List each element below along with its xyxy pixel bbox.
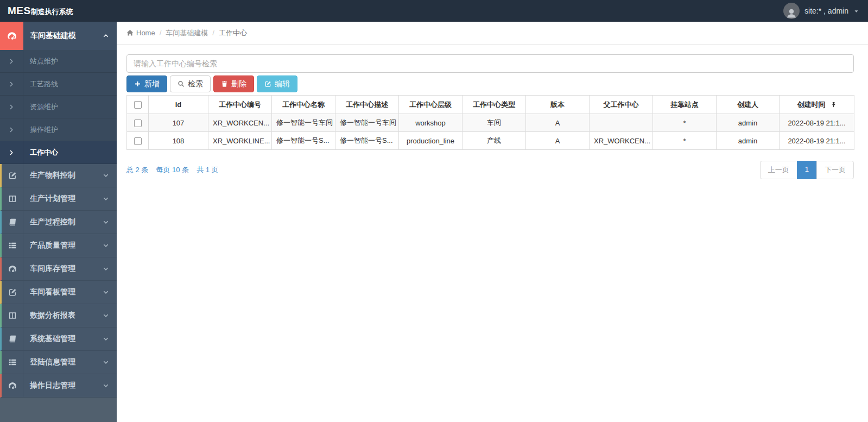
user-icon: [785, 7, 797, 19]
main-content: Home / 车间基础建模 / 工作中心 新增 检索 删除 编辑: [117, 22, 868, 422]
breadcrumb-current: 工作中心: [219, 28, 247, 38]
pager: 上一页 1 下一页: [760, 161, 854, 179]
sidebar-item-system-management[interactable]: 系统基础管理: [0, 327, 117, 351]
cell-creator: admin: [717, 114, 780, 132]
cell-parent: XR_WORKCEN...: [590, 132, 653, 150]
prev-page-button[interactable]: 上一页: [760, 161, 797, 179]
column-header-created-time: 创建时间: [780, 96, 854, 114]
column-header-station: 挂靠站点: [653, 96, 717, 114]
row-checkbox[interactable]: [134, 119, 142, 127]
sidebar-item-quality-management[interactable]: 产品质量管理: [0, 234, 117, 257]
columns-icon: [2, 304, 23, 327]
breadcrumb-separator: /: [160, 29, 162, 37]
user-menu[interactable]: site:* , admin: [783, 3, 868, 19]
cell-code: XR_WORKCEN...: [208, 114, 272, 132]
sidebar-item-label: 产品质量管理: [30, 241, 75, 250]
caret-down-icon: [853, 8, 859, 14]
cell-level: production_line: [399, 132, 462, 150]
add-button[interactable]: 新增: [126, 75, 167, 92]
sidebar-subitem-site-maintenance[interactable]: 站点维护: [0, 50, 117, 73]
search-button-label: 检索: [188, 79, 203, 89]
sidebar-item-label: 车间基础建模: [30, 31, 76, 41]
sidebar-item-label: 车间看板管理: [30, 287, 75, 297]
chevron-right-icon: [0, 118, 23, 141]
sidebar-item-inventory-management[interactable]: 车间库存管理: [0, 257, 117, 281]
user-label: site:* , admin: [804, 7, 848, 15]
cell-created-time: 2022-08-19 21:1...: [780, 114, 854, 132]
sidebar-item-data-report[interactable]: 数据分析报表: [0, 304, 117, 327]
column-header-description: 工作中心描述: [335, 96, 399, 114]
column-header-name: 工作中心名称: [272, 96, 335, 114]
table-row[interactable]: 108 XR_WORKLINE... 修一智能一号S... 修一智能一号S...…: [127, 132, 854, 150]
total-count-link[interactable]: 总 2 条: [126, 165, 148, 175]
book-icon: [2, 327, 23, 350]
select-all-checkbox[interactable]: [134, 101, 142, 109]
sidebar-item-board-management[interactable]: 车间看板管理: [0, 281, 117, 304]
gauge-icon: [2, 257, 23, 280]
work-center-table: id 工作中心编号 工作中心名称 工作中心描述 工作中心层级 工作中心类型 版本…: [126, 95, 854, 150]
chevron-up-icon: [103, 33, 109, 39]
cell-id: 108: [149, 132, 208, 150]
chevron-down-icon: [103, 266, 109, 272]
sidebar-item-process-control[interactable]: 生产过程控制: [0, 211, 117, 234]
sidebar-subitem-work-center[interactable]: 工作中心: [0, 141, 117, 164]
gauge-icon: [2, 374, 23, 397]
edit-button[interactable]: 编辑: [257, 75, 297, 92]
sidebar-item-label: 车间库存管理: [30, 264, 75, 274]
cell-creator: admin: [717, 132, 780, 150]
column-header-type: 工作中心类型: [462, 96, 526, 114]
edit-button-label: 编辑: [275, 79, 290, 89]
sidebar-item-material-control[interactable]: 生产物料控制: [0, 164, 117, 187]
sidebar-item-workshop-modeling[interactable]: 车间基础建模: [0, 22, 117, 50]
pencil-square-icon: [2, 281, 23, 304]
chevron-right-icon: [0, 50, 23, 72]
column-header-version: 版本: [526, 96, 590, 114]
search-icon: [178, 80, 185, 87]
trash-icon: [221, 80, 228, 87]
search-input[interactable]: [126, 54, 854, 73]
sidebar-item-label: 生产过程控制: [30, 217, 75, 227]
sidebar: 车间基础建模 站点维护 工艺路线 资源维护 操作维护 工作中心 生产物料控制 生…: [0, 22, 117, 422]
chevron-down-icon: [103, 336, 109, 342]
sidebar-item-plan-management[interactable]: 生产计划管理: [0, 187, 117, 211]
page-1-button[interactable]: 1: [797, 161, 817, 179]
chevron-down-icon: [103, 172, 109, 179]
select-all-cell: [127, 96, 149, 114]
page-count-link[interactable]: 共 1 页: [197, 165, 218, 175]
sidebar-subitem-label: 工艺路线: [30, 79, 58, 89]
next-page-button[interactable]: 下一页: [816, 161, 854, 179]
breadcrumb-separator: /: [212, 29, 214, 37]
cell-id: 107: [149, 114, 208, 132]
avatar: [783, 3, 800, 19]
breadcrumb-home[interactable]: Home: [126, 29, 155, 37]
page-body: 新增 检索 删除 编辑: [117, 45, 868, 179]
table-row[interactable]: 107 XR_WORKCEN... 修一智能一号车间 修一智能一号车间 work…: [127, 114, 854, 132]
sidebar-subitem-label: 资源维护: [30, 102, 58, 112]
chevron-down-icon: [103, 382, 109, 389]
chevron-down-icon: [103, 219, 109, 225]
cell-type: 产线: [462, 132, 526, 150]
sidebar-item-label: 数据分析报表: [30, 311, 75, 320]
breadcrumb-level1[interactable]: 车间基础建模: [166, 28, 208, 38]
sidebar-subitem-resource-maintenance[interactable]: 资源维护: [0, 96, 117, 118]
column-header-code: 工作中心编号: [208, 96, 272, 114]
per-page-link[interactable]: 每页 10 条: [156, 165, 189, 175]
delete-button[interactable]: 删除: [213, 75, 254, 92]
row-select-cell: [127, 132, 149, 150]
breadcrumb-home-label: Home: [136, 29, 155, 37]
app-logo: MES 制造执行系统: [0, 5, 73, 17]
sidebar-subitem-operation-maintenance[interactable]: 操作维护: [0, 118, 117, 141]
sidebar-item-login-info-management[interactable]: 登陆信息管理: [0, 351, 117, 374]
pin-icon[interactable]: [831, 102, 837, 108]
sidebar-item-operation-log-management[interactable]: 操作日志管理: [0, 374, 117, 398]
chevron-down-icon: [103, 359, 109, 366]
sidebar-subitem-process-route[interactable]: 工艺路线: [0, 73, 117, 96]
row-checkbox[interactable]: [134, 137, 142, 145]
cell-version: A: [526, 132, 590, 150]
sidebar-subitem-label: 操作维护: [30, 125, 58, 135]
search-button[interactable]: 检索: [170, 75, 211, 92]
list-icon: [2, 351, 23, 374]
breadcrumb: Home / 车间基础建模 / 工作中心: [117, 22, 868, 45]
logo-primary: MES: [8, 5, 31, 17]
chevron-down-icon: [103, 196, 109, 202]
